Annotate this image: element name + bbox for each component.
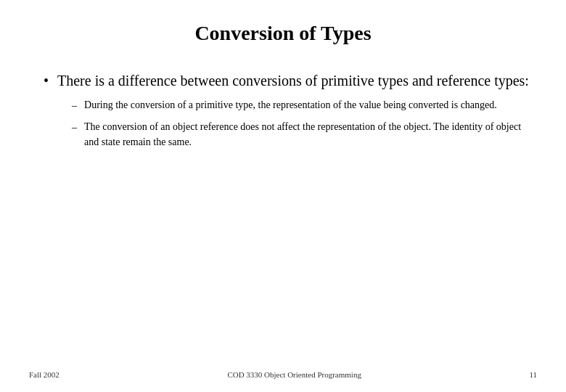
sub-text-2: The conversion of an object reference do… — [84, 120, 537, 150]
bullet-item: • There is a difference between conversi… — [44, 71, 537, 157]
footer-page: 11 — [529, 370, 537, 379]
sub-item-1: – During the conversion of a primitive t… — [72, 98, 537, 113]
slide-content: • There is a difference between conversi… — [29, 71, 537, 157]
slide-footer: Fall 2002 COD 3330 Object Oriented Progr… — [0, 370, 566, 379]
sub-item-2: – The conversion of an object reference … — [72, 120, 537, 150]
sub-dash-1: – — [72, 100, 77, 112]
sub-list: – During the conversion of a primitive t… — [72, 98, 537, 150]
bullet-text: There is a difference between conversion… — [57, 73, 529, 89]
footer-date: Fall 2002 — [29, 370, 60, 379]
footer-course: COD 3330 Object Oriented Programming — [227, 370, 361, 379]
bullet-symbol: • — [44, 73, 49, 89]
sub-text-1: During the conversion of a primitive typ… — [84, 98, 497, 113]
sub-dash-2: – — [72, 122, 77, 134]
slide-container: Conversion of Types • There is a differe… — [0, 0, 566, 392]
slide-title: Conversion of Types — [29, 22, 537, 49]
